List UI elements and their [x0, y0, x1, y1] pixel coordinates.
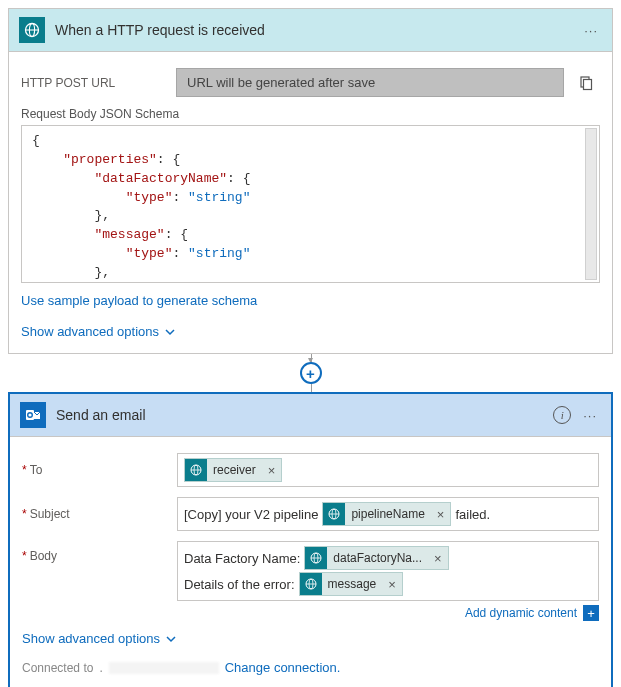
info-icon[interactable]: i [553, 406, 571, 424]
to-input[interactable]: receiver × [177, 453, 599, 487]
dynamic-content-row: Add dynamic content + [177, 605, 599, 621]
url-value-box: URL will be generated after save [176, 68, 564, 97]
chevron-down-icon [166, 634, 176, 644]
http-trigger-title: When a HTTP request is received [55, 22, 580, 38]
subject-row: Subject [Copy] your V2 pipeline pipeline… [22, 497, 599, 531]
to-label: To [22, 463, 177, 477]
connected-label: Connected to [22, 661, 93, 675]
url-label: HTTP POST URL [21, 76, 176, 90]
body-text-1: Data Factory Name: [184, 551, 300, 566]
globe-icon [323, 503, 345, 525]
trigger-advanced-label: Show advanced options [21, 324, 159, 339]
subject-input[interactable]: [Copy] your V2 pipeline pipelineName × f… [177, 497, 599, 531]
token-label: pipelineName [345, 507, 430, 521]
to-row: To receiver × [22, 453, 599, 487]
http-trigger-menu[interactable]: ··· [580, 23, 602, 38]
add-dynamic-content-link[interactable]: Add dynamic content [465, 606, 577, 620]
http-trigger-header[interactable]: When a HTTP request is received ··· [9, 9, 612, 52]
body-input[interactable]: Data Factory Name: dataFactoryNa... × De… [177, 541, 599, 601]
chevron-down-icon [165, 327, 175, 337]
url-row: HTTP POST URL URL will be generated afte… [21, 68, 600, 97]
subject-text-before: [Copy] your V2 pipeline [184, 507, 318, 522]
add-step-button[interactable]: + [300, 362, 322, 384]
token-remove[interactable]: × [262, 463, 282, 478]
body-label: Body [22, 541, 177, 563]
plus-icon[interactable]: + [583, 605, 599, 621]
copy-url-button[interactable] [572, 69, 600, 97]
subject-label: Subject [22, 507, 177, 521]
outlook-icon [20, 402, 46, 428]
email-advanced-label: Show advanced options [22, 631, 160, 646]
subject-text-after: failed. [455, 507, 490, 522]
sample-payload-link[interactable]: Use sample payload to generate schema [21, 293, 257, 308]
token-remove[interactable]: × [428, 551, 448, 566]
email-advanced-toggle[interactable]: Show advanced options [22, 631, 176, 646]
email-action-body: To receiver × Subject [Copy] your V2 pip… [10, 437, 611, 687]
http-trigger-card: When a HTTP request is received ··· HTTP… [8, 8, 613, 354]
body-text-2: Details of the error: [184, 577, 295, 592]
email-action-card: Send an email i ··· To receiver × Subjec… [8, 392, 613, 687]
token-remove[interactable]: × [382, 577, 402, 592]
token-message: message × [299, 572, 403, 596]
connector: ▾ + [8, 354, 613, 392]
email-action-menu[interactable]: ··· [579, 408, 601, 423]
email-action-title: Send an email [56, 407, 553, 423]
http-trigger-body: HTTP POST URL URL will be generated afte… [9, 52, 612, 353]
http-icon [19, 17, 45, 43]
connection-footer: Connected to . Change connection. [22, 660, 599, 675]
token-datafactory-name: dataFactoryNa... × [304, 546, 448, 570]
token-label: receiver [207, 463, 262, 477]
globe-icon [300, 573, 322, 595]
change-connection-link[interactable]: Change connection. [225, 660, 341, 675]
token-label: message [322, 577, 383, 591]
schema-textarea[interactable]: { "properties": { "dataFactoryName": { "… [21, 125, 600, 283]
token-receiver: receiver × [184, 458, 282, 482]
schema-label: Request Body JSON Schema [21, 107, 600, 121]
globe-icon [185, 459, 207, 481]
body-row: Body Data Factory Name: dataFactoryNa...… [22, 541, 599, 621]
svg-rect-4 [584, 79, 592, 89]
token-label: dataFactoryNa... [327, 551, 428, 565]
email-action-header[interactable]: Send an email i ··· [10, 394, 611, 437]
token-pipeline-name: pipelineName × [322, 502, 451, 526]
trigger-advanced-toggle[interactable]: Show advanced options [21, 324, 175, 339]
globe-icon [305, 547, 327, 569]
token-remove[interactable]: × [431, 507, 451, 522]
connection-name-redacted [109, 662, 219, 674]
